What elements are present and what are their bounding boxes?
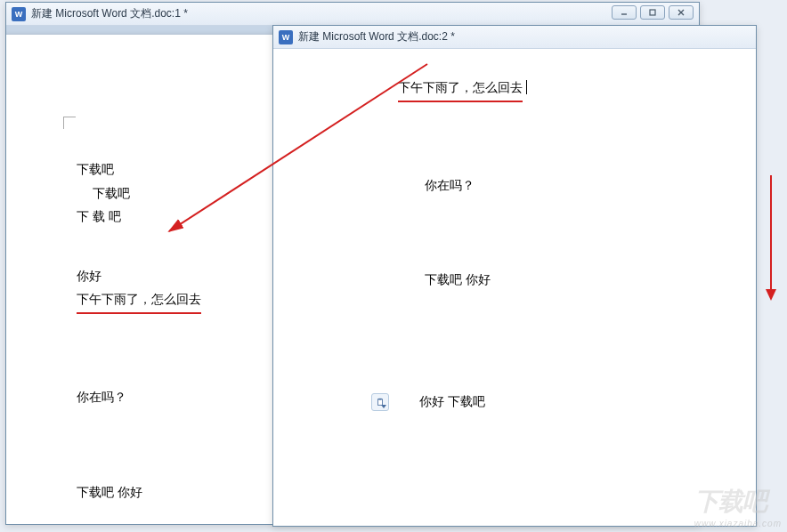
watermark-text: 下载吧 (694, 488, 767, 515)
margin-corner-icon (63, 117, 76, 129)
annotation-arrow-down (762, 173, 780, 302)
window-title-2: 新建 Microsoft Word 文档.doc:2 * (298, 29, 455, 44)
text-line: 你好 下载吧 (419, 394, 485, 408)
text-cursor-icon (526, 80, 527, 94)
close-button[interactable] (669, 5, 694, 20)
maximize-button[interactable] (640, 5, 665, 20)
watermark: 下载吧 www.xiazaiba.com (694, 485, 782, 528)
minimize-button[interactable] (612, 5, 637, 20)
svg-rect-4 (378, 399, 383, 406)
svg-rect-1 (650, 10, 655, 15)
highlighted-text-2: 下午下雨了，怎么回去 (398, 76, 711, 102)
word-app-icon: W (279, 30, 293, 44)
underline-span: 下午下雨了，怎么回去 (77, 287, 201, 314)
titlebar-2[interactable]: W 新建 Microsoft Word 文档.doc:2 * (273, 26, 756, 49)
word-app-icon: W (12, 7, 26, 21)
text-line: 你在吗？ (425, 173, 711, 197)
page-2[interactable]: 下午下雨了，怎么回去 你在吗？ 下载吧 你好 你好 下载吧 (273, 49, 756, 526)
window-title-1: 新建 Microsoft Word 文档.doc:1 * (31, 6, 188, 21)
titlebar-1[interactable]: W 新建 Microsoft Word 文档.doc:1 * (6, 3, 699, 26)
watermark-url: www.xiazaiba.com (694, 519, 782, 528)
word-window-2: W 新建 Microsoft Word 文档.doc:2 * 下午下雨了，怎么回… (272, 25, 757, 527)
text-line-with-paste: 你好 下载吧 (371, 390, 711, 414)
paste-options-icon[interactable] (371, 393, 389, 411)
window-controls-1 (612, 5, 694, 20)
text-line: 下载吧 你好 (425, 268, 711, 292)
svg-rect-5 (378, 399, 381, 400)
underline-span: 下午下雨了，怎么回去 (398, 76, 523, 102)
document-area-2[interactable]: 下午下雨了，怎么回去 你在吗？ 下载吧 你好 你好 下载吧 (273, 49, 756, 526)
